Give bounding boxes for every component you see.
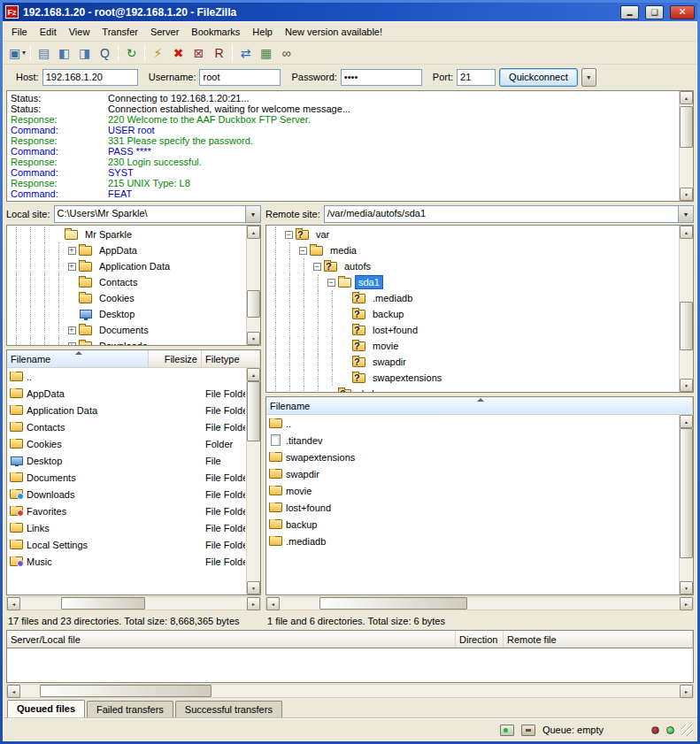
local-site-combo[interactable]: C:\Users\Mr Sparkle\ — [54, 205, 261, 223]
tree-item-sda1[interactable]: −sda1 — [268, 274, 677, 290]
tree-item-swapextensions[interactable]: swapextensions — [268, 370, 677, 386]
tab-successful-transfers[interactable]: Successful transfers — [175, 701, 282, 718]
file-row-backup[interactable]: backup — [266, 516, 678, 533]
scroll-thumb[interactable] — [680, 428, 693, 558]
column-header-filename[interactable]: Filename — [266, 397, 693, 414]
quickconnect-dropdown-icon[interactable]: ▼ — [581, 68, 596, 87]
tree-item-desktop[interactable]: Desktop — [9, 306, 244, 322]
tree-item-downloads[interactable]: +Downloads — [9, 338, 244, 346]
scroll-thumb[interactable] — [680, 302, 693, 350]
resize-grip[interactable] — [681, 725, 693, 736]
tree-label[interactable]: Desktop — [96, 307, 138, 321]
tree-expander-plus-icon[interactable]: + — [65, 242, 78, 258]
scroll-arrow-up-icon[interactable]: ▲ — [680, 91, 693, 104]
scroll-arrow-up-icon[interactable]: ▲ — [680, 226, 693, 239]
file-row-swapdir[interactable]: swapdir — [266, 465, 678, 482]
tree-item-dvd[interactable]: dvd — [268, 386, 677, 393]
tree-item-media[interactable]: −media — [268, 242, 677, 258]
menu-bookmarks[interactable]: Bookmarks — [185, 23, 246, 41]
directory-comparison-button[interactable]: ⇄ — [235, 43, 256, 62]
queue-horizontal-scrollbar[interactable]: ◄► — [6, 684, 694, 698]
minimize-button[interactable] — [620, 5, 639, 19]
menu-help[interactable]: Help — [246, 23, 279, 41]
tree-label[interactable]: swapextensions — [369, 371, 445, 385]
close-button[interactable] — [670, 5, 695, 19]
tree-label[interactable]: backup — [369, 307, 407, 321]
remote-list-scrollbar[interactable]: ▲▼ — [679, 415, 693, 594]
activity-log-icon[interactable] — [521, 725, 535, 736]
scroll-arrow-down-icon[interactable]: ▼ — [247, 332, 260, 345]
reconnect-button[interactable]: R — [209, 43, 229, 62]
tab-queued-files[interactable]: Queued files — [7, 700, 85, 718]
tree-item-appdata[interactable]: +AppData — [9, 242, 244, 258]
file-row-movie[interactable]: movie — [266, 482, 678, 499]
scroll-thumb[interactable] — [319, 597, 467, 610]
tree-label[interactable]: Application Data — [96, 259, 173, 273]
refresh-button[interactable]: ↻ — [121, 43, 142, 62]
scroll-arrow-down-icon[interactable]: ▼ — [247, 581, 260, 594]
quickconnect-button[interactable]: Quickconnect — [499, 68, 578, 87]
menu-view[interactable]: View — [63, 23, 96, 41]
tree-item-application-data[interactable]: +Application Data — [9, 258, 244, 274]
tree-item-mr-sparkle[interactable]: Mr Sparkle — [9, 226, 244, 242]
disconnect-button[interactable]: ⊠ — [188, 43, 209, 62]
tree-expander-plus-icon[interactable]: + — [65, 258, 78, 274]
tree-label[interactable]: lost+found — [369, 323, 421, 337]
column-header-filename[interactable]: Filename — [7, 350, 149, 367]
toggle-queue-button[interactable]: Q — [95, 43, 115, 62]
file-row-music[interactable]: MusicFile Folder — [7, 553, 245, 570]
file-row-desktop[interactable]: DesktopFile — [7, 452, 245, 469]
tree-expander-plus-icon[interactable]: + — [65, 338, 78, 346]
process-queue-button[interactable]: ⚡ — [148, 43, 168, 62]
tree-label[interactable]: Contacts — [96, 275, 141, 289]
tree-label[interactable]: AppData — [96, 243, 141, 257]
menu-file[interactable]: File — [5, 23, 34, 41]
scroll-thumb[interactable] — [61, 597, 145, 610]
menu-server[interactable]: Server — [144, 23, 185, 41]
menu-new-version-notice[interactable]: New version available! — [279, 23, 388, 41]
scroll-arrow-up-icon[interactable]: ▲ — [680, 415, 693, 428]
tree-label[interactable]: Mr Sparkle — [81, 227, 135, 242]
tree-item-contacts[interactable]: Contacts — [9, 274, 244, 290]
tree-label[interactable]: movie — [369, 339, 402, 353]
tree-label[interactable]: autofs — [341, 259, 374, 273]
scroll-thumb[interactable] — [247, 290, 260, 318]
password-input[interactable] — [341, 69, 422, 86]
queue-column-server-local-file[interactable]: Server/Local file — [7, 631, 456, 648]
file-row-cookies[interactable]: CookiesFolder — [7, 435, 245, 452]
tree-label[interactable]: Downloads — [96, 339, 150, 346]
menu-edit[interactable]: Edit — [34, 23, 63, 41]
tree-label[interactable]: swapdir — [369, 355, 410, 369]
scroll-arrow-left-icon[interactable]: ◄ — [7, 597, 20, 610]
tree-item-lost-found[interactable]: lost+found — [268, 322, 677, 338]
tree-label[interactable]: dvd — [355, 387, 378, 393]
file-row-documents[interactable]: DocumentsFile Folder — [7, 469, 245, 486]
remote-site-combo[interactable]: /var/media/autofs/sda1 — [324, 205, 694, 223]
toggle-remote-tree-button[interactable]: ◨ — [74, 43, 95, 62]
file-row-lost-found[interactable]: lost+found — [266, 499, 678, 516]
scroll-arrow-down-icon[interactable]: ▼ — [680, 581, 693, 594]
tree-expander-minus-icon[interactable]: − — [282, 226, 295, 242]
scroll-arrow-up-icon[interactable]: ▲ — [247, 368, 260, 381]
queue-column-remote-file[interactable]: Remote file — [504, 631, 693, 648]
cancel-button[interactable]: ✖ — [168, 43, 188, 62]
site-manager-button[interactable]: ▣▾ — [7, 43, 27, 62]
tree-expander-minus-icon[interactable]: − — [325, 274, 337, 290]
host-input[interactable] — [42, 69, 138, 86]
log-scrollbar[interactable]: ▲▼ — [679, 91, 693, 201]
tab-failed-transfers[interactable]: Failed transfers — [87, 701, 173, 718]
file-row-item[interactable]: .. — [266, 415, 678, 432]
tree-label[interactable]: sda1 — [355, 275, 383, 289]
file-row-mediadb[interactable]: .mediadb — [266, 533, 678, 549]
tree-item-documents[interactable]: +Documents — [9, 322, 244, 338]
site-manager-dropdown-icon[interactable]: ▾ — [22, 49, 26, 57]
username-input[interactable] — [199, 69, 281, 86]
file-row-links[interactable]: LinksFile Folder — [7, 519, 245, 536]
file-row-favorites[interactable]: FavoritesFile Folder — [7, 502, 245, 519]
tree-item-mediadb[interactable]: .mediadb — [268, 290, 677, 306]
scroll-arrow-down-icon[interactable]: ▼ — [680, 379, 693, 392]
scroll-thumb[interactable] — [247, 381, 260, 441]
file-row-appdata[interactable]: AppDataFile Folder — [7, 385, 245, 402]
port-input[interactable] — [457, 69, 496, 86]
remote-tree-scrollbar[interactable]: ▲▼ — [679, 226, 693, 392]
